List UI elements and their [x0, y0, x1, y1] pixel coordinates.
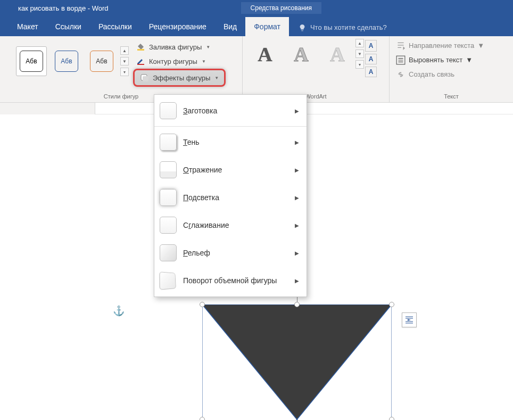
chevron-right-icon: ▶: [295, 167, 299, 173]
tab-mailings[interactable]: Рассылки: [90, 17, 140, 36]
shadow-icon: [160, 134, 177, 151]
text-fill-button[interactable]: A: [365, 40, 377, 52]
fx-glow[interactable]: Подсветка ▶: [154, 184, 307, 211]
shape-effects-menu: Заготовка ▶ Тень ▶ Отражение ▶ Подсветка…: [154, 94, 307, 297]
tell-me-search[interactable]: Что вы хотите сделать?: [289, 23, 396, 36]
shape-outline-label: Контур фигуры: [149, 57, 197, 65]
layout-options-button[interactable]: [402, 312, 417, 327]
soft-edges-icon: [160, 217, 177, 234]
spinner-more-icon[interactable]: ▾: [355, 60, 364, 69]
shape-style-sample: Абв: [55, 51, 78, 72]
shape-style-thumb-2[interactable]: Абв: [51, 46, 82, 76]
wordart-style-2[interactable]: А: [284, 39, 318, 70]
chevron-right-icon: ▶: [295, 108, 299, 114]
wordart-style-1[interactable]: А: [248, 39, 282, 70]
chevron-down-icon: ▼: [214, 76, 219, 80]
tab-view[interactable]: Вид: [215, 17, 245, 36]
shape-fill-button[interactable]: Заливка фигуры ▼: [133, 40, 226, 54]
fx-shadow[interactable]: Тень ▶: [154, 128, 307, 156]
layout-options-icon: [404, 315, 414, 325]
group-label-text: Текст: [390, 92, 513, 102]
ribbon: Абв Абв Абв ▲ ▼ ▾: [0, 36, 513, 103]
fx-bevel[interactable]: Рельеф ▶: [154, 239, 307, 267]
svg-marker-5: [202, 304, 392, 419]
fx-soft-edges[interactable]: Сглаживание ▶: [154, 211, 307, 239]
ribbon-tabs: Макет Ссылки Рассылки Рецензирование Вид…: [0, 16, 513, 36]
object-anchor-icon: ⚓: [113, 305, 125, 317]
resize-handle-mr[interactable]: [389, 417, 394, 420]
align-text-button[interactable]: Выровнять текст▼: [394, 53, 475, 66]
tab-format[interactable]: Формат: [245, 17, 289, 36]
paint-bucket-icon: [136, 43, 146, 51]
link-icon: [396, 70, 406, 78]
reflection-icon: [160, 161, 177, 178]
title-bar: как рисовать в ворде - Word Средства рис…: [0, 0, 513, 16]
resize-handle-tl[interactable]: [200, 302, 205, 307]
text-direction-button[interactable]: Направление текста▼: [394, 39, 486, 52]
lightbulb-icon: [299, 24, 306, 31]
spinner-more-icon[interactable]: ▾: [120, 68, 129, 76]
fx-preset[interactable]: Заготовка ▶: [154, 97, 307, 125]
document-title: как рисовать в ворде - Word: [0, 4, 109, 12]
text-outline-button[interactable]: A: [365, 54, 377, 64]
pencil-icon: [136, 57, 146, 65]
chevron-right-icon: ▶: [295, 250, 299, 256]
bevel-icon: [160, 244, 177, 261]
fx-reflection[interactable]: Отражение ▶: [154, 156, 307, 184]
text-direction-label: Направление текста: [409, 42, 474, 50]
resize-handle-tr[interactable]: [389, 302, 394, 307]
chevron-right-icon: ▶: [295, 195, 299, 201]
resize-handle-ml[interactable]: [200, 417, 205, 420]
shape-style-thumb-3[interactable]: Абв: [86, 46, 117, 76]
text-direction-icon: [396, 41, 406, 50]
resize-handle-tm[interactable]: [294, 302, 300, 307]
shape-outline-button[interactable]: Контур фигуры ▼: [133, 54, 226, 68]
glow-icon: [160, 189, 177, 206]
drawing-tools-context-label: Средства рисования: [241, 2, 321, 14]
align-text-icon: [396, 55, 406, 64]
shape-fill-label: Заливка фигуры: [149, 43, 202, 51]
rotation-3d-icon: [159, 271, 176, 290]
tab-layout[interactable]: Макет: [9, 17, 47, 36]
text-effects-button[interactable]: A: [365, 67, 377, 77]
tell-me-placeholder: Что вы хотите сделать?: [310, 23, 387, 31]
shape-effects-label: Эффекты фигуры: [153, 74, 210, 82]
selected-shape[interactable]: [202, 304, 392, 420]
svg-rect-0: [137, 49, 144, 51]
shape-style-sample: Абв: [90, 51, 113, 72]
chevron-right-icon: ▶: [295, 223, 299, 228]
wordart-gallery-spinner[interactable]: ▲ ▼ ▾: [355, 39, 364, 69]
create-link-button[interactable]: Создать связь: [394, 68, 457, 80]
svg-rect-3: [143, 76, 148, 81]
tab-references[interactable]: Ссылки: [47, 17, 90, 36]
create-link-label: Создать связь: [409, 70, 454, 78]
align-text-label: Выровнять текст: [409, 56, 462, 64]
shape-effects-button[interactable]: Эффекты фигуры ▼: [133, 69, 226, 87]
chevron-down-icon: ▼: [202, 59, 206, 64]
spinner-up-icon[interactable]: ▲: [120, 46, 129, 55]
chevron-down-icon: ▼: [206, 45, 210, 50]
spinner-down-icon[interactable]: ▼: [355, 50, 364, 58]
effects-icon: [140, 73, 150, 82]
spinner-up-icon[interactable]: ▲: [355, 39, 364, 47]
chevron-right-icon: ▶: [295, 139, 299, 145]
shape-style-thumb-1[interactable]: Абв: [16, 46, 47, 76]
chevron-right-icon: ▶: [295, 278, 299, 284]
tab-review[interactable]: Рецензирование: [140, 17, 215, 36]
shape-style-gallery-spinner[interactable]: ▲ ▼ ▾: [120, 46, 129, 76]
shape-bowtie[interactable]: [202, 304, 392, 420]
wordart-style-3[interactable]: А: [320, 39, 354, 70]
fx-3d-rotation[interactable]: Поворот объемной фигуры ▶: [154, 267, 307, 294]
shape-style-sample: Абв: [20, 51, 43, 72]
spinner-down-icon[interactable]: ▼: [120, 57, 129, 65]
svg-rect-1: [137, 64, 144, 65]
preset-icon: [160, 102, 177, 119]
